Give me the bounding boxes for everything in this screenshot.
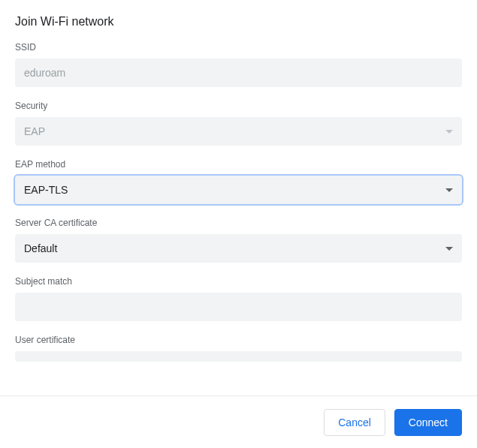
server-ca-field: Server CA certificate Default <box>15 218 462 263</box>
ssid-label: SSID <box>15 42 462 53</box>
chevron-down-icon <box>445 247 453 251</box>
subject-match-label: Subject match <box>15 276 462 287</box>
eap-method-select[interactable]: EAP-TLS <box>15 176 462 204</box>
user-certificate-field: User certificate <box>15 335 462 362</box>
server-ca-value: Default <box>24 242 445 254</box>
chevron-down-icon <box>445 130 453 134</box>
user-certificate-select[interactable] <box>15 351 462 362</box>
cancel-button[interactable]: Cancel <box>324 409 385 436</box>
connect-button[interactable]: Connect <box>394 409 462 436</box>
eap-method-field: EAP method EAP-TLS <box>15 159 462 204</box>
security-select: EAP <box>15 117 462 146</box>
eap-method-label: EAP method <box>15 159 462 170</box>
user-certificate-label: User certificate <box>15 335 462 345</box>
security-label: Security <box>15 101 462 111</box>
server-ca-label: Server CA certificate <box>15 218 462 228</box>
dialog-footer: Cancel Connect <box>0 395 477 448</box>
security-field: Security EAP <box>15 101 462 146</box>
server-ca-select[interactable]: Default <box>15 234 462 263</box>
subject-match-field: Subject match <box>15 276 462 321</box>
eap-method-value: EAP-TLS <box>24 184 445 196</box>
chevron-down-icon <box>445 188 453 192</box>
wifi-join-dialog: Join Wi-Fi network SSID eduroam Security… <box>0 0 477 362</box>
security-value: EAP <box>24 125 445 137</box>
ssid-value: eduroam <box>24 67 65 79</box>
ssid-field: SSID eduroam <box>15 42 462 87</box>
ssid-input: eduroam <box>15 59 462 87</box>
subject-match-input[interactable] <box>15 293 462 321</box>
dialog-title: Join Wi-Fi network <box>15 15 462 29</box>
